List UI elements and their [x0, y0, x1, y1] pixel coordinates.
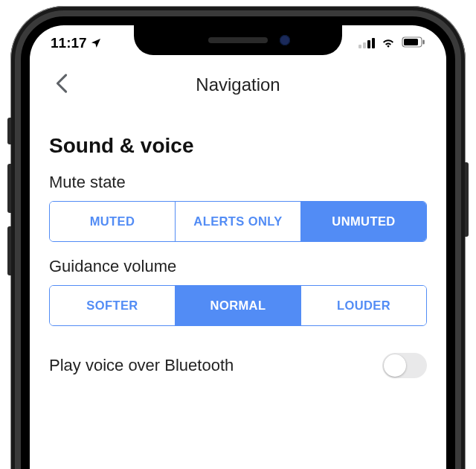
back-button[interactable]: [49, 67, 74, 103]
page-title: Navigation: [196, 74, 280, 95]
bluetooth-voice-toggle[interactable]: [382, 353, 427, 378]
status-left: 11:17: [51, 35, 102, 51]
svg-rect-1: [404, 39, 418, 45]
guidance-volume-segmented-control: SOFTER NORMAL LOUDER: [49, 285, 427, 326]
content: Navigation Sound & voice Mute state MUTE…: [30, 61, 446, 469]
mute-state-label: Mute state: [49, 173, 427, 192]
location-services-icon: [90, 37, 102, 49]
wifi-icon: [381, 35, 396, 51]
bluetooth-voice-label: Play voice over Bluetooth: [49, 356, 234, 375]
mute-state-option-unmuted[interactable]: UNMUTED: [300, 202, 426, 241]
guidance-volume-option-louder[interactable]: LOUDER: [300, 286, 426, 325]
phone-frame: 11:17: [10, 6, 466, 469]
power-button: [465, 162, 469, 237]
volume-down-button: [7, 226, 11, 275]
section-title: Sound & voice: [49, 134, 427, 158]
bluetooth-voice-row: Play voice over Bluetooth: [49, 353, 427, 378]
status-right: [358, 35, 425, 51]
mute-state-segmented-control: MUTED ALERTS ONLY UNMUTED: [49, 201, 427, 242]
cellular-signal-icon: [358, 38, 375, 48]
volume-up-button: [7, 164, 11, 213]
mute-state-option-alerts-only[interactable]: ALERTS ONLY: [175, 202, 300, 241]
status-bar: 11:17: [30, 25, 446, 61]
mute-switch: [7, 118, 11, 144]
guidance-volume-option-softer[interactable]: SOFTER: [50, 286, 175, 325]
mute-state-option-muted[interactable]: MUTED: [50, 202, 175, 241]
nav-header: Navigation: [49, 61, 427, 109]
svg-rect-2: [423, 40, 425, 45]
guidance-volume-option-normal[interactable]: NORMAL: [175, 286, 300, 325]
guidance-volume-label: Guidance volume: [49, 257, 427, 276]
status-time: 11:17: [51, 35, 87, 51]
battery-icon: [402, 35, 425, 51]
screen: 11:17: [30, 25, 446, 469]
